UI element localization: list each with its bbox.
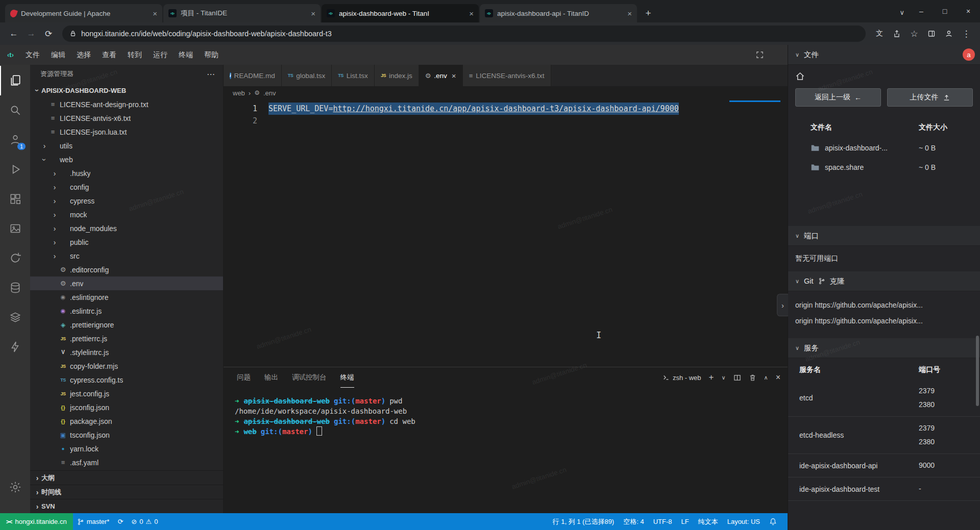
tree-item[interactable]: utils bbox=[30, 139, 223, 153]
code-url-link[interactable]: http://hongxi.titanide.cn/app/apisix-das… bbox=[333, 104, 678, 113]
sync-button[interactable]: ⟳ bbox=[113, 513, 127, 530]
language-mode[interactable]: 纯文本 bbox=[694, 517, 723, 526]
tree-item[interactable]: .asf.yaml bbox=[30, 456, 223, 469]
branch-indicator[interactable]: master* bbox=[73, 513, 114, 530]
lightning-icon[interactable] bbox=[0, 332, 30, 362]
tree-item[interactable]: .prettierignore bbox=[30, 318, 223, 332]
tab-search-icon[interactable]: ∨ bbox=[899, 9, 904, 16]
tree-item[interactable]: cypress bbox=[30, 194, 223, 208]
tab-debug-console[interactable]: 调试控制台 bbox=[292, 367, 327, 388]
window-maximize-button[interactable]: □ bbox=[933, 0, 957, 22]
menu-item[interactable]: 文件 bbox=[20, 45, 45, 65]
tab-output[interactable]: 输出 bbox=[264, 367, 278, 388]
tree-item[interactable]: jsconfig.json bbox=[30, 400, 223, 414]
tab-close-icon[interactable]: × bbox=[469, 9, 474, 18]
accounts-icon[interactable]: 1 bbox=[0, 125, 30, 155]
editor-tab[interactable]: .env × bbox=[419, 65, 463, 86]
home-button[interactable] bbox=[788, 65, 980, 82]
tree-item[interactable]: package.json bbox=[30, 414, 223, 428]
tree-item[interactable]: LICENSE-ant-design-pro.txt bbox=[30, 97, 223, 111]
window-close-button[interactable]: × bbox=[957, 0, 980, 22]
settings-gear-icon[interactable] bbox=[0, 472, 30, 502]
tree-item[interactable]: .editorconfig bbox=[30, 263, 223, 276]
breadcrumb[interactable]: web › ⚙ .env bbox=[224, 86, 788, 99]
database-icon[interactable] bbox=[0, 273, 30, 302]
breadcrumb-file[interactable]: .env bbox=[263, 89, 276, 97]
tree-item[interactable]: LICENSE-json.lua.txt bbox=[30, 125, 223, 139]
cursor-position[interactable]: 行 1, 列 1 (已选择89) bbox=[548, 517, 619, 526]
remote-indicator[interactable]: >< hongxi.titanide.cn bbox=[0, 513, 73, 530]
tree-item[interactable]: yarn.lock bbox=[30, 442, 223, 456]
share-icon[interactable] bbox=[888, 25, 905, 42]
tree-item[interactable]: .prettierrc.js bbox=[30, 332, 223, 345]
browser-tab-project[interactable]: ‹t› 项目 - TitanIDE × bbox=[163, 4, 321, 22]
git-clone-label[interactable]: 克隆 bbox=[830, 276, 845, 286]
file-row[interactable]: space.share ~ 0 B bbox=[788, 158, 980, 177]
panel-expand-button[interactable]: › bbox=[777, 294, 788, 316]
tree-item[interactable]: .husky bbox=[30, 166, 223, 180]
tree-item[interactable]: node_modules bbox=[30, 221, 223, 235]
more-actions-icon[interactable]: ⋯ bbox=[207, 69, 215, 79]
fullscreen-icon[interactable] bbox=[755, 51, 764, 59]
tree-item[interactable]: .stylelintrc.js bbox=[30, 345, 223, 359]
translate-icon[interactable]: 文 bbox=[871, 25, 888, 42]
ports-section-header[interactable]: ∨ 端口 bbox=[788, 226, 980, 246]
menu-item[interactable]: 选择 bbox=[71, 45, 96, 65]
tree-item[interactable]: .eslintrc.js bbox=[30, 304, 223, 318]
indentation[interactable]: 空格: 4 bbox=[619, 517, 648, 526]
layers-icon[interactable] bbox=[0, 302, 30, 332]
tree-item[interactable]: copy-folder.mjs bbox=[30, 359, 223, 373]
avatar[interactable]: a bbox=[963, 48, 975, 61]
new-tab-button[interactable]: + bbox=[641, 6, 655, 20]
breadcrumb-folder[interactable]: web bbox=[233, 89, 245, 97]
window-minimize-button[interactable]: – bbox=[910, 0, 933, 22]
go-up-button[interactable]: 返回上一级← bbox=[795, 88, 881, 107]
editor-tab[interactable]: README.md bbox=[224, 65, 282, 86]
tree-item[interactable]: mock bbox=[30, 208, 223, 221]
sidebar-section[interactable]: SVN bbox=[30, 499, 223, 513]
new-terminal-icon[interactable]: + bbox=[709, 372, 714, 383]
kill-terminal-icon[interactable] bbox=[749, 374, 756, 382]
tree-item[interactable]: .eslintignore bbox=[30, 290, 223, 304]
editor-tab[interactable]: index.js bbox=[375, 65, 419, 86]
close-panel-icon[interactable]: × bbox=[776, 373, 780, 382]
menu-item[interactable]: 帮助 bbox=[199, 45, 224, 65]
tree-item[interactable]: tsconfig.json bbox=[30, 428, 223, 442]
service-row[interactable]: etcd-headless 23792380 bbox=[788, 417, 980, 454]
browser-tab-apache[interactable]: Development Guide | Apache × bbox=[5, 4, 162, 22]
chevron-down-icon[interactable]: ∨ bbox=[722, 374, 726, 381]
project-root-row[interactable]: APISIX-DASHBOARD-WEB bbox=[30, 83, 223, 97]
tab-close-icon[interactable]: × bbox=[452, 71, 456, 80]
editor-tab[interactable]: global.tsx bbox=[282, 65, 332, 86]
menu-item[interactable]: 转到 bbox=[122, 45, 148, 65]
search-icon[interactable] bbox=[0, 95, 30, 125]
preview-icon[interactable] bbox=[0, 214, 30, 243]
service-row[interactable]: etcd 23792380 bbox=[788, 380, 980, 417]
extensions-icon[interactable] bbox=[0, 184, 30, 214]
reload-button[interactable]: ⟳ bbox=[40, 25, 57, 42]
tree-item[interactable]: public bbox=[30, 235, 223, 249]
forward-button[interactable]: → bbox=[22, 25, 40, 42]
services-section-header[interactable]: ∨ 服务 bbox=[788, 338, 980, 358]
refresh-icon[interactable] bbox=[0, 243, 30, 273]
browser-menu-icon[interactable]: ⋮ bbox=[958, 25, 975, 42]
notifications-bell-icon[interactable] bbox=[765, 518, 781, 525]
back-button[interactable]: ← bbox=[5, 25, 22, 42]
tab-terminal[interactable]: 终端 bbox=[340, 367, 354, 388]
service-row[interactable]: ide-apisix-dashboard-api 9000 bbox=[788, 454, 980, 477]
tree-item[interactable]: cypress.config.ts bbox=[30, 373, 223, 387]
upload-file-button[interactable]: 上传文件 bbox=[887, 88, 973, 107]
encoding[interactable]: UTF-8 bbox=[649, 518, 677, 525]
editor-tab[interactable]: LICENSE-antvis-x6.txt bbox=[463, 65, 551, 86]
menu-item[interactable]: 查看 bbox=[96, 45, 122, 65]
code-editor[interactable]: 1 SERVE_URL_DEV=http://hongxi.titanide.c… bbox=[224, 99, 788, 367]
terminal[interactable]: ➜apisix-dashboard-webgit:(master)pwd /ho… bbox=[224, 388, 788, 513]
eol[interactable]: LF bbox=[677, 518, 694, 525]
address-bar[interactable]: hongxi.titanide.cn/ide/web/coding/apisix… bbox=[62, 26, 866, 42]
tab-problems[interactable]: 问题 bbox=[237, 367, 251, 388]
tab-close-icon[interactable]: × bbox=[153, 9, 157, 18]
service-row[interactable]: ide-apisix-dashboard-test - bbox=[788, 477, 980, 501]
git-section-header[interactable]: ∨ Git 克隆 bbox=[788, 271, 980, 291]
problems-indicator[interactable]: ⊘0 ⚠0 bbox=[127, 513, 162, 530]
tree-item[interactable]: web bbox=[30, 153, 223, 166]
